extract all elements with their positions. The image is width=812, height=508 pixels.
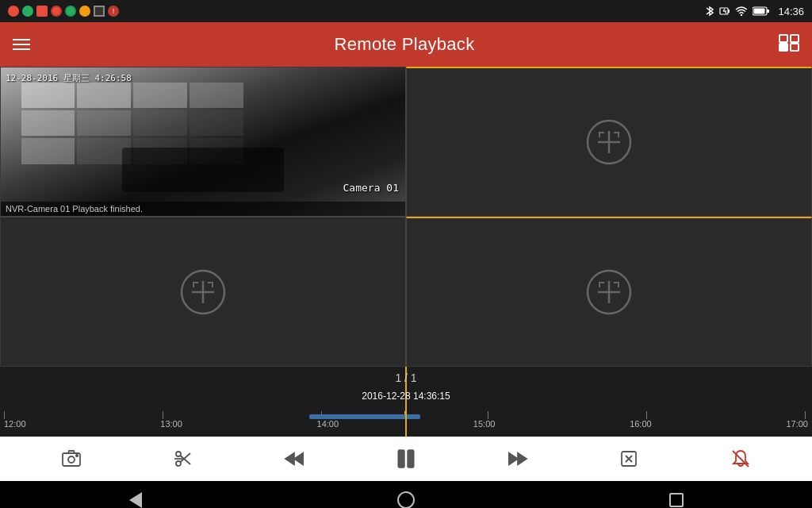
nav-bar <box>0 481 812 508</box>
svg-marker-34 <box>508 453 517 465</box>
app-icon-6 <box>79 6 90 17</box>
svg-rect-24 <box>76 455 78 456</box>
svg-rect-9 <box>779 35 787 42</box>
screenshot-icon <box>61 448 82 469</box>
video-timestamp: 12-28-2016 星期三 4:26:58 <box>6 72 132 84</box>
fast-forward-icon <box>508 448 528 469</box>
svg-point-5 <box>741 14 742 16</box>
time-label-4: 16:00 <box>630 419 652 429</box>
app-icon-5 <box>65 6 76 17</box>
time-label-0: 12:00 <box>4 419 26 429</box>
home-button[interactable] <box>382 484 430 508</box>
time-label-5: 17:00 <box>786 419 808 429</box>
add-camera-icon-3 <box>179 268 227 316</box>
time-label-3: 15:00 <box>473 419 496 429</box>
video-cell-3[interactable] <box>0 217 406 367</box>
svg-line-39 <box>733 451 749 467</box>
hamburger-menu-button[interactable] <box>13 39 30 50</box>
video-status-bar: NVR-Camera 01 Playback finished. <box>1 202 405 216</box>
bottom-toolbar <box>0 437 812 481</box>
app-icon-1 <box>8 6 19 17</box>
app-icon-4 <box>51 6 62 17</box>
page-indicator-text: 1 / 1 <box>395 371 416 384</box>
app-icon-7 <box>94 6 105 17</box>
svg-point-25 <box>176 452 181 456</box>
svg-point-23 <box>68 456 75 463</box>
recents-icon <box>669 493 684 507</box>
app-icon-8: ! <box>108 6 119 17</box>
tick-major-0 <box>4 411 5 419</box>
svg-rect-7 <box>754 9 765 14</box>
app-icon-3 <box>36 6 48 17</box>
tick-major-1 <box>163 411 163 419</box>
cut-button[interactable] <box>166 441 201 476</box>
back-button[interactable] <box>112 484 159 508</box>
svg-rect-12 <box>791 44 799 51</box>
home-icon <box>397 491 415 508</box>
svg-rect-10 <box>791 35 799 42</box>
rewind-icon <box>284 448 304 469</box>
video-camera-label: Camera 01 <box>343 182 399 194</box>
silhouette <box>122 148 284 192</box>
page-indicator: 1 / 1 <box>0 367 812 389</box>
app-bar: Remote Playback <box>0 22 812 67</box>
time-label-2: 14:00 <box>317 419 339 429</box>
add-camera-icon-4 <box>585 268 633 316</box>
recents-button[interactable] <box>653 484 700 508</box>
pause-button[interactable] <box>389 441 423 476</box>
delete-clip-button[interactable] <box>611 441 646 476</box>
status-icons-left: ! <box>8 6 119 17</box>
timeline-datetime-label: 2016-12-28 14:36:15 <box>362 391 450 402</box>
svg-rect-11 <box>779 44 787 51</box>
wifi-icon <box>735 6 748 16</box>
battery-charging-icon <box>719 6 730 17</box>
status-bar: ! 14:36 <box>0 0 812 22</box>
mute-button[interactable] <box>723 441 758 476</box>
tick-major-4 <box>646 411 647 419</box>
status-icons-right: 14:36 <box>705 5 804 17</box>
mute-icon <box>730 448 751 469</box>
app-bar-title: Remote Playback <box>335 34 475 55</box>
svg-rect-8 <box>767 10 769 13</box>
add-camera-icon-2 <box>585 118 633 166</box>
svg-marker-30 <box>285 453 294 465</box>
pause-icon <box>396 448 416 469</box>
svg-point-26 <box>176 461 181 466</box>
video-content-1: 12-28-2016 星期三 4:26:58 Camera 01 NVR-Cam… <box>1 67 405 216</box>
bluetooth-icon <box>705 5 714 17</box>
timeline[interactable]: 2016-12-28 14:36:15 12:00 13:00 14:00 15… <box>0 389 812 437</box>
timeline-container: 2016-12-28 14:36:15 12:00 13:00 14:00 15… <box>0 389 812 437</box>
video-cell-4[interactable] <box>406 217 812 367</box>
video-grid: 12-28-2016 星期三 4:26:58 Camera 01 NVR-Cam… <box>0 67 812 367</box>
video-cell-2[interactable] <box>406 67 812 217</box>
time-display: 14:36 <box>778 6 804 17</box>
time-label-1: 13:00 <box>160 419 182 429</box>
delete-clip-icon <box>619 448 639 469</box>
cut-icon <box>173 448 193 469</box>
rewind-button[interactable] <box>277 441 312 476</box>
fast-forward-button[interactable] <box>500 441 535 476</box>
grid-switch-button[interactable] <box>779 34 799 55</box>
svg-rect-1 <box>728 10 730 13</box>
svg-marker-31 <box>294 453 303 465</box>
timeline-segment <box>309 414 420 419</box>
svg-marker-35 <box>518 453 527 465</box>
screenshot-button[interactable] <box>54 441 89 476</box>
app-icon-2 <box>22 6 33 17</box>
grid-switch-icon <box>779 34 799 52</box>
tick-major-5 <box>805 411 806 419</box>
svg-rect-33 <box>408 450 413 467</box>
video-cell-1[interactable]: 12-28-2016 星期三 4:26:58 Camera 01 NVR-Cam… <box>0 67 406 217</box>
tick-major-3 <box>488 411 488 419</box>
battery-icon <box>753 6 770 16</box>
svg-rect-32 <box>399 450 404 467</box>
back-icon <box>129 492 142 508</box>
